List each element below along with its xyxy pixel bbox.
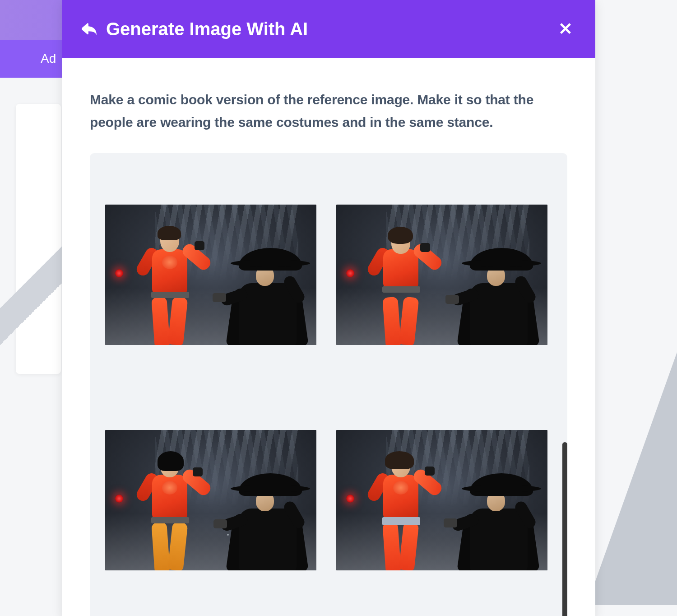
modal-header: Generate Image With AI ✕ — [62, 0, 595, 58]
ai-image-modal: Generate Image With AI ✕ Make a comic bo… — [62, 0, 595, 616]
hero-figure — [362, 448, 430, 570]
villain-figure — [448, 473, 538, 570]
red-light — [115, 269, 123, 277]
back-icon[interactable] — [82, 23, 97, 35]
villain-figure — [448, 248, 538, 345]
generated-image-3[interactable] — [105, 430, 316, 570]
bg-placeholder-shape — [0, 199, 63, 379]
scrollbar-track[interactable] — [562, 442, 567, 616]
red-light — [346, 495, 354, 503]
prompt-text: Make a comic book version of the referen… — [90, 89, 567, 133]
red-light — [115, 495, 123, 503]
modal-title: Generate Image With AI — [106, 19, 308, 39]
red-light — [346, 269, 354, 277]
hero-figure — [131, 448, 199, 570]
results-grid — [105, 205, 552, 570]
villain-figure — [217, 248, 307, 345]
results-panel — [90, 153, 567, 616]
close-icon[interactable]: ✕ — [558, 19, 573, 39]
generated-image-1[interactable] — [105, 205, 316, 345]
generated-image-4[interactable] — [336, 430, 547, 570]
villain-figure — [217, 473, 307, 570]
generated-image-2[interactable] — [336, 205, 547, 345]
scrollbar-thumb[interactable] — [562, 442, 567, 616]
nav-bar-fragment: Ad — [0, 40, 63, 78]
modal-header-left: Generate Image With AI — [82, 19, 308, 39]
hero-figure — [131, 223, 199, 345]
modal-body: Make a comic book version of the referen… — [62, 58, 595, 616]
hero-figure — [362, 223, 430, 345]
nav-text: Ad — [41, 51, 56, 66]
